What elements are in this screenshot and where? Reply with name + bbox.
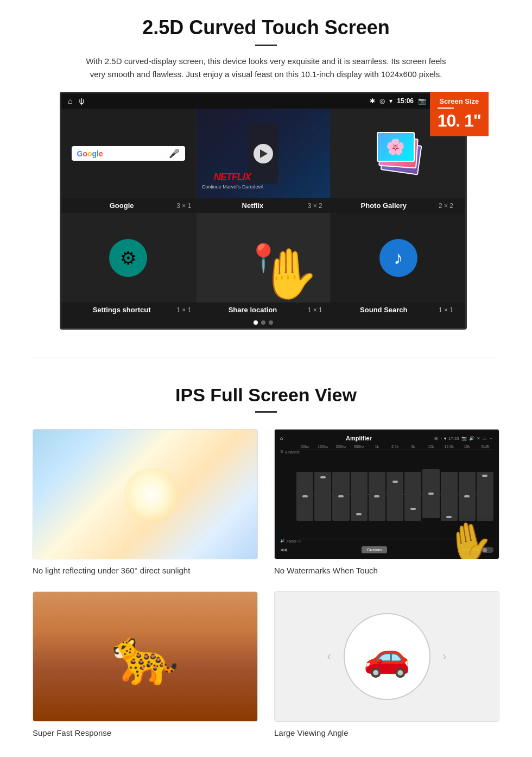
size-gallery: 2 × 2 [439, 202, 460, 210]
status-bar: ⌂ ψ ✱ ◎ ▾ 15:06 📷 🔊 ✕ ▭ [61, 93, 465, 109]
screen-size-badge: Screen Size 10. 1" [430, 92, 489, 136]
hand-touch-illustration: 🤚 [258, 245, 319, 302]
time-display: 15:06 [397, 97, 414, 105]
section2-title: IPS Full Screen View [33, 384, 499, 406]
car-top-view: 🚗 › ‹ [344, 613, 430, 700]
settings-gear-icon: ⚙ [120, 247, 136, 269]
feature-car: 🚗 › ‹ Large Viewing Angle [274, 591, 499, 737]
viewing-angle-arrows: › [442, 649, 446, 664]
gallery-photo-3 [377, 132, 415, 162]
gps-icon: ◎ [379, 97, 385, 105]
app-labels-row1: Google 3 × 1 Netflix 3 × 2 Photo Gallery… [61, 198, 465, 213]
dot-2[interactable] [261, 320, 265, 325]
label-share: Share location [198, 306, 307, 314]
android-screen: ⌂ ψ ✱ ◎ ▾ 15:06 📷 🔊 ✕ ▭ [60, 92, 467, 330]
feature-img-car: 🚗 › ‹ [274, 591, 499, 722]
app-grid-row1: Google 🎤 NETFLIX Continue Marvel [61, 109, 465, 198]
feature-caption-cheetah: Super Fast Response [33, 728, 258, 737]
section-curved-screen: 2.5D Curved Touch Screen With 2.5D curve… [0, 0, 532, 335]
wifi-icon: ▾ [389, 97, 392, 105]
hand-touch-eq: ✋ [443, 516, 497, 559]
dot-3[interactable] [269, 320, 273, 325]
app-cell-sound-search[interactable]: ♪ [331, 213, 465, 302]
google-search-bar[interactable]: Google 🎤 [72, 146, 186, 161]
settings-icon-wrap: ⚙ [109, 239, 147, 277]
size-settings: 1 × 1 [176, 306, 198, 314]
badge-size: 10. 1" [438, 111, 481, 131]
app-labels-row2: Settings shortcut 1 × 1 Share location 1… [61, 302, 465, 317]
size-share: 1 × 1 [308, 306, 329, 314]
feature-sunlight: No light reflecting under 360° direct su… [33, 429, 258, 575]
feature-cheetah: Super Fast Response [33, 591, 258, 737]
label-sound-search: Sound Search [329, 306, 439, 314]
car-circle: 🚗 [344, 613, 430, 700]
app-cell-share-location[interactable]: 📍 🤚 [197, 213, 331, 302]
section2-title-underline [255, 411, 277, 413]
netflix-info: NETFLIX Continue Marvel's Daredevil [202, 172, 263, 190]
dot-1[interactable] [254, 320, 258, 325]
feature-caption-car: Large Viewing Angle [274, 728, 499, 737]
google-logo: Google [77, 149, 103, 158]
viewing-angle-arrows-left: ‹ [327, 649, 331, 664]
device-mockup: Screen Size 10. 1" ⌂ ψ ✱ ◎ ▾ 15:06 📷 🔊 ✕ [60, 92, 472, 330]
feature-caption-sunlight: No light reflecting under 360° direct su… [33, 566, 258, 575]
section1-description: With 2.5D curved-display screen, this de… [81, 55, 451, 81]
size-sound-search: 1 × 1 [439, 306, 460, 314]
netflix-subtitle: Continue Marvel's Daredevil [202, 184, 263, 190]
section1-title-underline [255, 45, 277, 46]
app-cell-google[interactable]: Google 🎤 [61, 109, 195, 198]
camera-icon: 📷 [418, 97, 426, 105]
feature-caption-amplifier: No Watermarks When Touch [274, 566, 499, 575]
music-note-icon: ♪ [394, 247, 403, 268]
gallery-stack [377, 132, 420, 175]
feature-img-cheetah [33, 591, 258, 722]
feature-amplifier: ⌂ Amplifier ⊞ ·· ▾ 17:33 📷 🔊 ✕ ▭ ← [274, 429, 499, 575]
badge-label: Screen Size [438, 97, 481, 105]
home-icon[interactable]: ⌂ [68, 97, 72, 105]
size-google: 3 × 1 [176, 202, 198, 210]
section-ips-screen: IPS Full Screen View No light reflecting… [0, 379, 532, 754]
custom-button[interactable]: Custom [362, 546, 388, 553]
music-icon-wrap: ♪ [379, 239, 417, 277]
label-google: Google [67, 201, 176, 210]
pagination-dots [61, 317, 465, 328]
fader-label: Fader [287, 539, 296, 543]
label-netflix: Netflix [198, 201, 307, 210]
section1-title: 2.5D Curved Touch Screen [33, 16, 499, 39]
app-grid-row2: ⚙ 📍 🤚 ♪ [61, 213, 465, 302]
netflix-logo: NETFLIX [202, 172, 263, 183]
google-mic-icon[interactable]: 🎤 [169, 148, 180, 159]
app-cell-netflix[interactable]: NETFLIX Continue Marvel's Daredevil [197, 109, 331, 198]
app-cell-settings[interactable]: ⚙ [61, 213, 195, 302]
status-bar-left: ⌂ ψ [68, 97, 84, 105]
section-divider [33, 357, 499, 357]
usb-icon: ψ [79, 97, 84, 105]
badge-divider [438, 108, 454, 109]
bluetooth-icon: ✱ [370, 97, 375, 105]
size-netflix: 3 × 2 [308, 202, 329, 210]
amp-title: Amplifier [346, 435, 372, 441]
label-gallery: Photo Gallery [329, 201, 439, 210]
features-grid: No light reflecting under 360° direct su… [33, 429, 499, 737]
feature-img-sunlight [33, 429, 258, 559]
label-settings: Settings shortcut [67, 306, 176, 314]
feature-img-amplifier: ⌂ Amplifier ⊞ ·· ▾ 17:33 📷 🔊 ✕ ▭ ← [274, 429, 499, 559]
netflix-play-button[interactable] [254, 144, 273, 163]
